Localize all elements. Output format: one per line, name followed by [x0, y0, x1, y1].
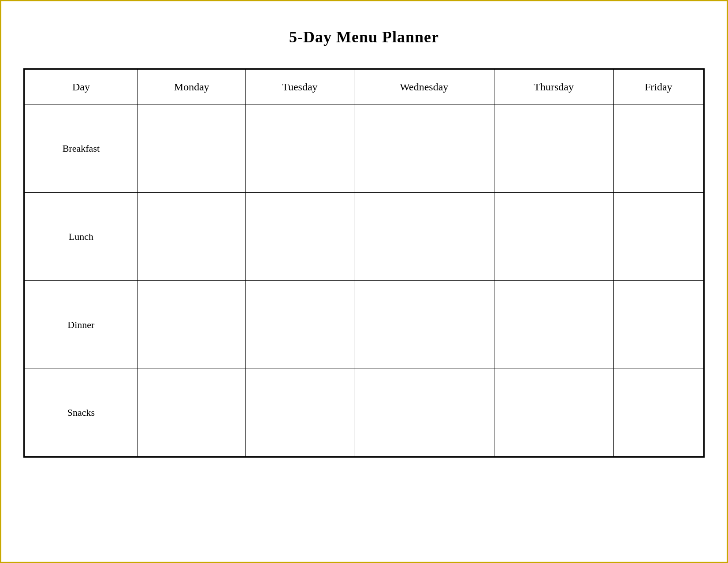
cell-dinner-friday[interactable] — [613, 281, 704, 369]
meal-label-breakfast: Breakfast — [24, 104, 138, 193]
cell-lunch-monday[interactable] — [137, 193, 245, 281]
cell-breakfast-monday[interactable] — [137, 104, 245, 193]
meal-label-lunch: Lunch — [24, 193, 138, 281]
planner-table: Day Monday Tuesday Wednesday Thursday Fr… — [23, 68, 705, 458]
col-monday: Monday — [137, 69, 245, 104]
col-wednesday: Wednesday — [354, 69, 494, 104]
cell-breakfast-tuesday[interactable] — [245, 104, 354, 193]
cell-lunch-tuesday[interactable] — [245, 193, 354, 281]
cell-dinner-wednesday[interactable] — [354, 281, 494, 369]
col-thursday: Thursday — [494, 69, 613, 104]
cell-snacks-wednesday[interactable] — [354, 369, 494, 457]
cell-breakfast-friday[interactable] — [613, 104, 704, 193]
col-friday: Friday — [613, 69, 704, 104]
cell-dinner-thursday[interactable] — [494, 281, 613, 369]
cell-snacks-tuesday[interactable] — [245, 369, 354, 457]
col-day: Day — [24, 69, 138, 104]
cell-dinner-monday[interactable] — [137, 281, 245, 369]
col-tuesday: Tuesday — [245, 69, 354, 104]
meal-row: Lunch — [24, 193, 704, 281]
cell-snacks-friday[interactable] — [613, 369, 704, 457]
cell-breakfast-wednesday[interactable] — [354, 104, 494, 193]
meal-label-dinner: Dinner — [24, 281, 138, 369]
meal-row: Snacks — [24, 369, 704, 457]
cell-snacks-thursday[interactable] — [494, 369, 613, 457]
meal-label-snacks: Snacks — [24, 369, 138, 457]
meal-row: Breakfast — [24, 104, 704, 193]
cell-breakfast-thursday[interactable] — [494, 104, 613, 193]
cell-lunch-friday[interactable] — [613, 193, 704, 281]
cell-lunch-thursday[interactable] — [494, 193, 613, 281]
cell-dinner-tuesday[interactable] — [245, 281, 354, 369]
cell-lunch-wednesday[interactable] — [354, 193, 494, 281]
page-title: 5-Day Menu Planner — [289, 28, 439, 46]
header-row: Day Monday Tuesday Wednesday Thursday Fr… — [24, 69, 704, 104]
meal-row: Dinner — [24, 281, 704, 369]
cell-snacks-monday[interactable] — [137, 369, 245, 457]
